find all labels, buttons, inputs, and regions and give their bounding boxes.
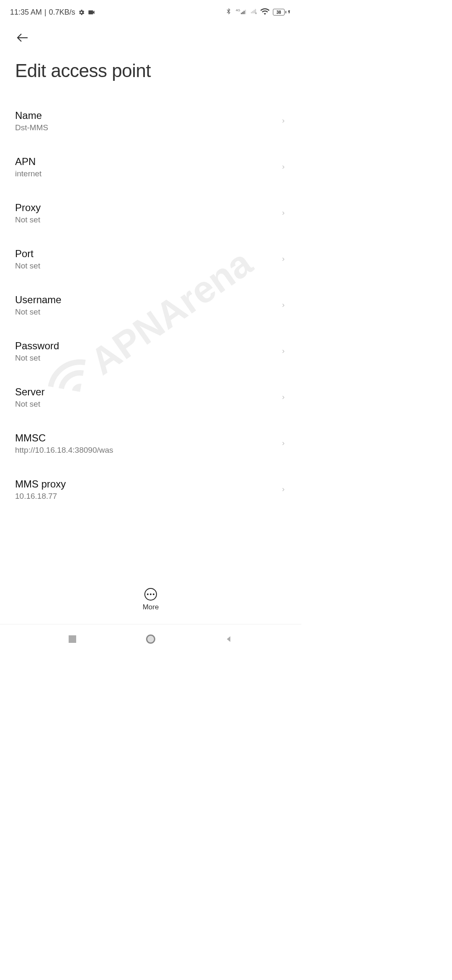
chevron-right-icon	[280, 302, 286, 308]
setting-value: Not set	[15, 353, 59, 363]
bluetooth-icon	[225, 8, 232, 17]
back-button[interactable]	[15, 30, 30, 45]
setting-value: Not set	[15, 215, 41, 224]
status-time: 11:35 AM	[10, 8, 42, 17]
setting-row-apn[interactable]: APN internet	[15, 144, 286, 190]
chevron-right-icon	[280, 348, 286, 354]
nav-home-button[interactable]	[146, 634, 156, 644]
setting-row-server[interactable]: Server Not set	[15, 374, 286, 420]
battery-icon: 38	[273, 9, 291, 15]
signal-nosim-icon	[250, 8, 257, 17]
setting-label: Password	[15, 340, 59, 352]
setting-row-password[interactable]: Password Not set	[15, 328, 286, 374]
chevron-right-icon	[280, 164, 286, 170]
setting-row-name[interactable]: Name Dst-MMS	[15, 98, 286, 144]
nav-recents-button[interactable]	[67, 634, 77, 644]
chevron-right-icon	[280, 441, 286, 446]
chevron-right-icon	[280, 118, 286, 124]
setting-label: MMSC	[15, 432, 113, 444]
setting-label: Name	[15, 110, 48, 121]
setting-value: internet	[15, 169, 41, 178]
chevron-right-icon	[280, 256, 286, 262]
setting-label: Username	[15, 294, 62, 306]
navigation-bar	[0, 624, 301, 653]
signal-4g-icon: 4G	[236, 9, 247, 15]
setting-value: Not set	[15, 261, 40, 271]
setting-value: Not set	[15, 307, 62, 317]
page-title: Edit access point	[15, 60, 286, 81]
setting-row-proxy[interactable]: Proxy Not set	[15, 190, 286, 236]
status-speed: 0.7KB/s	[49, 8, 75, 17]
setting-row-username[interactable]: Username Not set	[15, 282, 286, 328]
wifi-icon	[260, 7, 270, 18]
setting-label: Server	[15, 386, 45, 398]
chevron-right-icon	[280, 395, 286, 400]
setting-value: Dst-MMS	[15, 123, 48, 132]
setting-row-mmsc[interactable]: MMSC http://10.16.18.4:38090/was	[15, 420, 286, 467]
chevron-right-icon	[280, 210, 286, 216]
setting-value: http://10.16.18.4:38090/was	[15, 446, 113, 455]
status-bar: 11:35 AM | 0.7KB/s 4G 38	[0, 0, 301, 20]
setting-value: 10.16.18.77	[15, 492, 66, 501]
settings-list: Name Dst-MMS APN internet Proxy Not set …	[0, 98, 301, 504]
setting-value: Not set	[15, 400, 45, 409]
bottom-action-bar: More	[0, 588, 301, 611]
setting-label: APN	[15, 156, 41, 168]
setting-label: Port	[15, 248, 40, 260]
setting-row-mms-proxy[interactable]: MMS proxy 10.16.18.77	[15, 467, 286, 504]
more-label: More	[143, 603, 159, 611]
setting-label: MMS proxy	[15, 478, 66, 490]
nav-back-button[interactable]	[224, 634, 234, 644]
chevron-right-icon	[280, 487, 286, 493]
setting-label: Proxy	[15, 202, 41, 214]
setting-row-port[interactable]: Port Not set	[15, 236, 286, 282]
gear-icon	[78, 9, 85, 16]
more-button[interactable]	[144, 588, 157, 601]
video-icon	[87, 8, 95, 16]
